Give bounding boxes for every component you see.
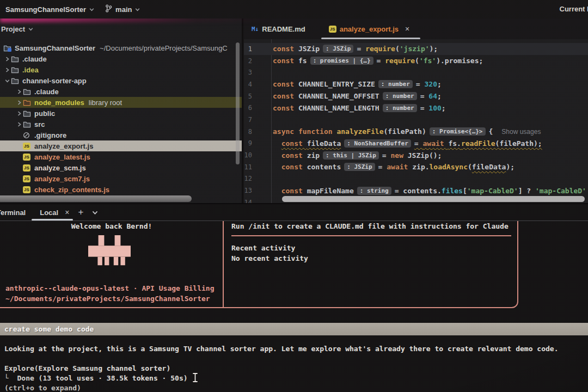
code-token: );	[506, 163, 514, 171]
chevron-right-icon[interactable]	[15, 89, 23, 94]
chevron-down-icon[interactable]	[3, 78, 11, 83]
tree-item-analyze-scm7-js[interactable]: JSanalyze_scm7.js	[0, 173, 242, 184]
chevron-right-icon[interactable]	[15, 111, 23, 116]
terminal-tab-bar: Terminal Local × +	[0, 204, 588, 221]
editor-tab-bar: M↓ README.md JS analyze_export.js ×	[244, 19, 588, 39]
tree-item-project-root[interactable]: SamsungChannelSorter~/Documents/privateP…	[0, 42, 242, 53]
folder-icon	[23, 110, 33, 117]
tree-item--gitignore[interactable]: .gitignore	[0, 130, 242, 140]
folder-icon	[23, 121, 33, 128]
tree-item-public[interactable]: public	[0, 108, 242, 119]
chevron-down-icon	[28, 25, 33, 33]
code-line[interactable]: 6const CHANNEL_NAME_LENGTH: number= 100;	[244, 102, 588, 114]
chevron-right-icon[interactable]	[3, 57, 11, 62]
chevron-down-icon	[135, 5, 140, 14]
code-line[interactable]: 9 const fileData: NonSharedBuffer= await…	[244, 138, 588, 150]
code-token	[273, 151, 281, 160]
tip-divider	[231, 235, 511, 236]
project-name: SamsungChannelSorter	[5, 5, 86, 14]
code-line[interactable]: 3	[244, 66, 588, 78]
tree-item-src[interactable]: src	[0, 119, 242, 130]
code-token: contents	[307, 163, 341, 171]
type-inlay-hint: : promises | {…}	[310, 57, 373, 65]
tree-item--idea[interactable]: .idea	[0, 64, 242, 75]
code-token: 'map-CableD'	[467, 187, 518, 195]
code-token: zip.	[412, 163, 429, 171]
tree-item-analyze-scm-js[interactable]: JSanalyze_scm.js	[0, 162, 242, 173]
project-horizontal-scrollbar[interactable]	[0, 195, 192, 202]
tree-item-analyze-export-js[interactable]: JSanalyze_export.js	[0, 140, 242, 151]
terminal-output[interactable]: Welcome back Bernd! anthropic--claude-op…	[0, 221, 588, 392]
code-line[interactable]: 1const JSZip: JSZip= require('jszip');	[244, 43, 588, 55]
code-token: 320	[425, 80, 437, 88]
tree-item-analyze-latest-js[interactable]: JSanalyze_latest.js	[0, 151, 242, 162]
line-number: 11	[244, 163, 252, 171]
code-token: ] ?	[518, 187, 535, 195]
code-token: await	[423, 139, 449, 148]
code-line[interactable]: 7	[244, 114, 588, 126]
type-inlay-hint: : number	[383, 104, 417, 112]
code-token: await	[387, 163, 412, 171]
tree-item-label: .claude	[22, 55, 47, 63]
chevron-right-icon[interactable]	[15, 100, 23, 105]
code-token: fileData	[307, 139, 341, 148]
type-inlay-hint: : number	[383, 92, 417, 100]
tree-item-node-modules[interactable]: node_moduleslibrary root	[0, 97, 242, 108]
close-icon[interactable]: ×	[405, 24, 409, 33]
line-number: 5	[244, 93, 252, 100]
code-token: (	[395, 45, 400, 53]
code-token: const	[273, 57, 298, 65]
root-folder-icon	[3, 44, 14, 52]
terminal-panel: Terminal Local × + Welcome back Bernd!	[0, 203, 588, 392]
code-token	[273, 139, 281, 148]
type-inlay-hint: : Promise<{…}>	[430, 127, 486, 136]
tree-item-channel-sorter-app[interactable]: channel-sorter-app	[0, 75, 242, 86]
code-token: [	[463, 187, 467, 195]
line-number: 10	[244, 151, 252, 159]
git-branch-label: main	[115, 5, 132, 14]
code-line[interactable]: 2const fs: promises | {…}= require('fs')…	[244, 55, 588, 67]
code-line[interactable]: 5const CHANNEL_NAME_OFFSET: number= 64;	[244, 90, 588, 102]
project-switcher[interactable]: SamsungChannelSorter	[0, 5, 100, 14]
git-branch-button[interactable]: main	[100, 4, 145, 14]
code-editor[interactable]: 1const JSZip: JSZip= require('jszip');2c…	[244, 43, 588, 203]
code-token: );	[430, 45, 438, 53]
code-line[interactable]: 11 const contents: JSZip= await zip.load…	[244, 161, 588, 173]
recent-activity-empty: No recent activity	[231, 254, 308, 263]
show-usages-hint[interactable]: Show usages	[501, 128, 541, 136]
js-file-icon: JS	[23, 186, 33, 193]
chevron-down-icon[interactable]	[92, 210, 98, 216]
editor-horizontal-scrollbar[interactable]	[282, 196, 585, 202]
code-line[interactable]: 4const CHANNEL_ENTRY_SIZE: number= 320;	[244, 78, 588, 90]
js-file-icon: JS	[329, 26, 336, 33]
code-line[interactable]: 10 const zip: this | JSZip= new JSZip();	[244, 149, 588, 161]
code-token: new	[390, 151, 407, 160]
tree-item--claude[interactable]: .claude	[0, 86, 242, 97]
chevron-right-icon[interactable]	[3, 68, 11, 72]
tree-item-label: analyze_scm.js	[34, 164, 86, 172]
tree-item-label: node_modules	[34, 99, 84, 107]
project-vertical-scrollbar[interactable]	[236, 42, 240, 164]
code-token: async function	[273, 127, 336, 136]
tree-item--claude[interactable]: .claude	[0, 53, 242, 64]
terminal-tab-local[interactable]: Local	[40, 209, 58, 217]
js-file-icon: JS	[23, 143, 33, 150]
project-tree: SamsungChannelSorter~/Documents/privateP…	[0, 42, 242, 195]
chevron-right-icon[interactable]	[15, 122, 23, 127]
close-icon[interactable]: ×	[65, 208, 69, 217]
new-terminal-button[interactable]: +	[78, 207, 83, 218]
code-token: zip	[307, 151, 320, 160]
code-token: ).promises;	[436, 57, 483, 65]
project-panel: Project SamsungChannelSorter~/Documents/…	[0, 19, 243, 203]
folder-icon	[11, 77, 21, 84]
line-number: 12	[244, 175, 252, 182]
tree-item-check-zip-contents-js[interactable]: JScheck_zip_contents.js	[0, 184, 242, 195]
code-line[interactable]: 13 const mapFileName: string= contents.f…	[244, 185, 588, 197]
project-panel-header[interactable]: Project	[1, 25, 33, 33]
tab-analyze-export[interactable]: JS analyze_export.js ×	[321, 19, 418, 39]
cwd-line: ~/Documents/privateProjects/SamsungChann…	[5, 295, 210, 303]
code-line[interactable]: 12	[244, 173, 588, 185]
run-config-label[interactable]: Current F	[560, 5, 588, 13]
code-line[interactable]: 8async function analyzeFile(filePath): P…	[244, 126, 588, 138]
line-number: 9	[244, 139, 252, 147]
